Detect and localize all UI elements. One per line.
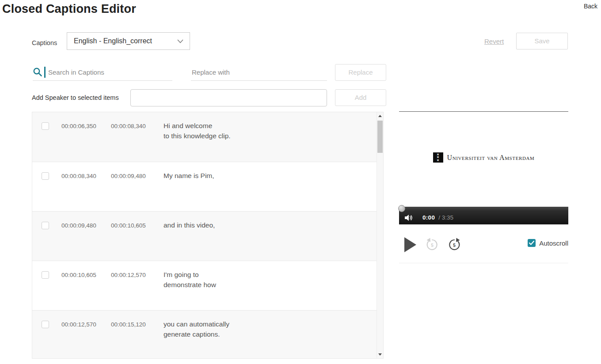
search-input[interactable] <box>48 68 172 76</box>
caption-text[interactable]: Hi and welcometo this knowledge clip. <box>164 121 231 141</box>
page-title: Closed Captions Editor <box>2 2 136 16</box>
caption-start-time[interactable]: 00:00:08,340 <box>61 171 99 179</box>
caption-start-time[interactable]: 00:00:09,480 <box>61 220 99 229</box>
caption-row: 00:00:06,35000:00:08,340Hi and welcometo… <box>32 112 377 162</box>
caption-text[interactable]: you can automaticallygenerate captions. <box>164 319 229 339</box>
caption-end-time[interactable]: 00:00:09,480 <box>111 171 148 179</box>
caption-row: 00:00:08,34000:00:09,480My name is Pim, <box>32 162 377 211</box>
caption-text[interactable]: and in this video, <box>164 220 215 231</box>
captions-list: 00:00:06,35000:00:08,340Hi and welcometo… <box>32 112 384 359</box>
volume-icon[interactable] <box>405 214 413 221</box>
caption-end-time[interactable]: 00:00:10,605 <box>111 220 148 229</box>
caption-end-time[interactable]: 00:00:08,340 <box>111 121 148 129</box>
captions-scrollbar[interactable] <box>377 112 383 358</box>
scrollbar-up-arrow[interactable] <box>377 113 383 119</box>
rewind-5-seconds-icon[interactable]: 5 <box>425 237 440 252</box>
autoscroll-toggle[interactable]: Autoscroll <box>528 239 568 247</box>
closed-captions-editor: Closed Captions Editor Back Captions Eng… <box>0 0 601 364</box>
seek-bar[interactable] <box>399 207 568 211</box>
caption-start-time[interactable]: 00:00:12,570 <box>61 319 99 328</box>
captions-language-value: English - English_correct <box>74 37 152 45</box>
add-speaker-label: Add Speaker to selected items <box>32 94 119 101</box>
caption-row: 00:00:10,60500:00:12,570I'm going todemo… <box>32 261 377 310</box>
caption-start-time[interactable]: 00:00:06,350 <box>61 121 99 129</box>
caption-text[interactable]: My name is Pim, <box>164 171 214 181</box>
video-player-screen[interactable]: ✕✕✕ Universiteit van Amsterdam <box>399 112 568 207</box>
search-field-wrap <box>33 64 172 81</box>
transport-controls: 5 5 Autoscroll <box>399 236 568 256</box>
autoscroll-label: Autoscroll <box>539 239 568 247</box>
speaker-input[interactable] <box>130 89 327 106</box>
autoscroll-checkbox[interactable] <box>528 239 536 247</box>
caption-row-checkbox[interactable] <box>42 271 49 279</box>
video-logo: ✕✕✕ Universiteit van Amsterdam <box>399 152 568 163</box>
caption-row-checkbox[interactable] <box>42 172 49 180</box>
captions-language-select[interactable]: English - English_correct <box>67 32 190 50</box>
caption-end-time[interactable]: 00:00:15,120 <box>111 319 148 328</box>
chevron-down-icon <box>177 39 183 43</box>
caption-row-checkbox[interactable] <box>42 122 49 130</box>
play-button[interactable] <box>404 237 416 252</box>
captions-label: Captions <box>32 39 57 46</box>
caption-row-checkbox[interactable] <box>42 321 49 328</box>
caption-row-checkbox[interactable] <box>42 222 49 229</box>
player-panel-divider-bottom <box>399 263 568 263</box>
caption-end-time[interactable]: 00:00:12,570 <box>111 270 148 278</box>
uva-shield-icon: ✕✕✕ <box>433 152 443 163</box>
caption-start-time[interactable]: 00:00:10,605 <box>61 270 99 278</box>
caption-row: 00:00:12,57000:00:15,120you can automati… <box>32 310 377 359</box>
captions-rows: 00:00:06,35000:00:08,340Hi and welcometo… <box>32 112 377 359</box>
player-control-bar: 0:00 / 3:35 <box>399 207 568 224</box>
replace-input[interactable] <box>191 64 327 81</box>
search-icon <box>33 67 42 77</box>
save-button[interactable]: Save <box>516 33 568 49</box>
forward-5-seconds-icon[interactable]: 5 <box>447 237 462 252</box>
text-cursor <box>44 67 46 78</box>
caption-row: 00:00:09,48000:00:10,605and in this vide… <box>32 211 377 261</box>
svg-text:5: 5 <box>453 243 456 248</box>
scrollbar-down-arrow[interactable] <box>377 351 383 358</box>
player-bar-main: 0:00 / 3:35 <box>399 211 568 224</box>
replace-button[interactable]: Replace <box>335 64 386 81</box>
revert-button[interactable]: Revert <box>484 38 504 45</box>
video-logo-text: Universiteit van Amsterdam <box>447 154 535 162</box>
svg-text:5: 5 <box>431 243 434 248</box>
total-duration: / 3:35 <box>438 214 453 221</box>
check-icon <box>529 241 534 245</box>
caption-text[interactable]: I'm going todemonstrate how <box>164 270 216 290</box>
back-button[interactable]: Back <box>584 3 597 10</box>
scrollbar-thumb[interactable] <box>377 121 383 153</box>
current-time: 0:00 <box>422 214 435 221</box>
add-speaker-button[interactable]: Add <box>335 89 386 106</box>
seek-scrubber-handle[interactable] <box>398 205 405 212</box>
